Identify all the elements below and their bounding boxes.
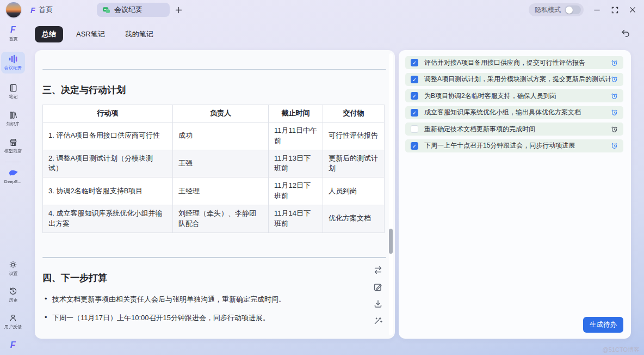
todo-checkbox[interactable] xyxy=(411,142,418,150)
generate-todos-button[interactable]: 生成待办 xyxy=(583,317,623,333)
todo-checkbox[interactable] xyxy=(411,125,418,133)
swap-arrows-icon[interactable] xyxy=(373,265,383,275)
close-button[interactable] xyxy=(628,5,637,15)
scrollbar-track[interactable] xyxy=(389,53,393,335)
todo-item[interactable]: 调整A项目测试计划，采用分模块测试方案，提交更新后的测试计划 xyxy=(405,73,623,86)
tab-meeting-minutes-label: 会议纪要 xyxy=(114,5,143,15)
books-icon xyxy=(9,110,18,120)
cell-deadline: 11月13日下班前 xyxy=(269,150,323,178)
new-tab-button[interactable] xyxy=(174,5,183,14)
tab-meeting-minutes[interactable]: 会议纪要 xyxy=(97,3,170,17)
watermark: @51CTO博客 xyxy=(603,346,640,354)
magic-wand-icon[interactable] xyxy=(373,316,383,326)
table-row: 3. 协调2名临时客服支持B项目 王经理 11月12日下班前 人员到岗 xyxy=(43,178,385,205)
sidebar-item-history[interactable]: 历史 xyxy=(1,284,25,306)
sidebar-item-meeting-minutes-label: 会议纪要 xyxy=(4,65,22,71)
title-bar: F 首页 会议纪要 隐私模式 xyxy=(0,0,644,20)
cell-deliverable: 可行性评估报告 xyxy=(323,122,385,150)
sidebar-bottom-logo: F xyxy=(1,338,25,352)
gear-icon xyxy=(9,260,17,270)
sidebar-item-deepseek-label: DeepS... xyxy=(4,179,21,184)
alarm-clock-icon[interactable] xyxy=(611,142,618,149)
sidebar-item-deepseek[interactable]: DeepS... xyxy=(1,166,25,186)
sidebar-item-home[interactable]: F 首页 xyxy=(1,23,25,45)
table-row: 4. 成立客服知识库系统优化小组并输出方案 刘经理（牵头）、李静团队配合 11月… xyxy=(43,205,385,232)
sidebar-item-knowledge-base[interactable]: 知识库 xyxy=(1,108,25,130)
home-logo-icon: F xyxy=(10,25,16,35)
user-avatar[interactable] xyxy=(6,2,21,17)
todo-checkbox[interactable] xyxy=(411,59,418,66)
section-divider xyxy=(42,69,386,70)
section4-heading: 四、下一步打算 xyxy=(42,272,387,284)
waveform-icon xyxy=(8,54,18,64)
scrollbar-thumb[interactable] xyxy=(389,229,393,254)
titlebar-controls: 隐私模式 xyxy=(529,0,637,20)
tab-my-notes[interactable]: 我的笔记 xyxy=(118,26,160,42)
privacy-mode-control: 隐私模式 xyxy=(529,3,584,16)
sidebar-item-settings-label: 设置 xyxy=(9,271,17,277)
tab-home-label: 首页 xyxy=(39,5,53,15)
content-tab-bar: 总结 ASR笔记 我的笔记 xyxy=(35,26,160,42)
todo-text: 成立客服知识库系统优化小组，输出具体优化方案文档 xyxy=(424,108,611,117)
edit-icon[interactable] xyxy=(373,282,383,292)
minimize-button[interactable] xyxy=(592,5,602,15)
sidebar-item-feedback[interactable]: 用户反馈 xyxy=(1,311,25,333)
sidebar-item-model-store-label: 模型商店 xyxy=(4,148,22,154)
todo-checkbox[interactable] xyxy=(411,92,418,100)
tab-summary[interactable]: 总结 xyxy=(35,26,63,42)
todo-checkbox[interactable] xyxy=(411,109,418,117)
todo-item[interactable]: 重新确定技术文档更新事项的完成时间 xyxy=(405,123,623,136)
maximize-button[interactable] xyxy=(610,5,620,15)
col-action-item: 行动项 xyxy=(43,105,173,123)
sidebar-item-feedback-label: 用户反馈 xyxy=(4,324,22,330)
storefront-icon xyxy=(9,137,18,147)
chat-bubble-icon xyxy=(102,6,110,14)
cell-owner: 王强 xyxy=(173,150,269,178)
cell-owner: 刘经理（牵头）、李静团队配合 xyxy=(173,205,269,232)
cell-deliverable: 更新后的测试计划 xyxy=(323,150,385,178)
todo-text: 调整A项目测试计划，采用分模块测试方案，提交更新后的测试计划 xyxy=(424,75,611,84)
todo-text: 重新确定技术文档更新事项的完成时间 xyxy=(424,125,611,134)
alarm-clock-icon[interactable] xyxy=(611,59,618,66)
col-owner: 负责人 xyxy=(173,105,269,123)
action-plan-table: 行动项 负责人 截止时间 交付物 1. 评估A项目备用接口供应商可行性 成功 1… xyxy=(42,105,385,233)
download-icon[interactable] xyxy=(373,299,383,309)
cell-action: 2. 调整A项目测试计划（分模块测试） xyxy=(43,150,173,178)
alarm-clock-icon[interactable] xyxy=(611,109,618,116)
sidebar-item-model-store[interactable]: 模型商店 xyxy=(1,135,25,157)
todo-item[interactable]: 评估并对接A项目备用接口供应商，提交可行性评估报告 xyxy=(405,56,623,69)
undo-button[interactable] xyxy=(620,28,631,39)
document-toolbar xyxy=(373,265,383,326)
sidebar: F 首页 会议纪要 笔记 知识库 模型商店 xyxy=(0,20,26,355)
sidebar-item-meeting-minutes[interactable]: 会议纪要 xyxy=(1,52,25,74)
cell-deadline: 11月14日下班前 xyxy=(269,205,323,232)
privacy-mode-label: 隐私模式 xyxy=(535,5,561,15)
sidebar-item-settings[interactable]: 设置 xyxy=(1,258,25,279)
list-item: 下周一（11月17日）上午10:00召开15分钟跟进会，同步行动项进展。 xyxy=(45,313,387,323)
whale-icon xyxy=(8,168,18,178)
table-row: 2. 调整A项目测试计划（分模块测试） 王强 11月13日下班前 更新后的测试计… xyxy=(43,150,385,178)
app-logo-icon: F xyxy=(30,6,35,14)
summary-document: 三、决定与行动计划 行动项 负责人 截止时间 交付物 1. 评估A项目备用接口供… xyxy=(35,50,395,339)
tab-asr-notes[interactable]: ASR笔记 xyxy=(69,26,112,42)
list-item: 技术文档更新事项由相关责任人会后与张明单独沟通，重新确定完成时间。 xyxy=(45,295,387,304)
todo-item[interactable]: 为B项目协调2名临时客服支持，确保人员到岗 xyxy=(405,89,623,102)
todo-item[interactable]: 下周一上午十点召开15分钟跟进会，同步行动项进展 xyxy=(405,139,623,152)
col-deadline: 截止时间 xyxy=(269,105,323,123)
alarm-clock-icon[interactable] xyxy=(611,76,618,83)
todo-checkbox[interactable] xyxy=(411,76,418,83)
table-row: 1. 评估A项目备用接口供应商可行性 成功 11月11日中午前 可行性评估报告 xyxy=(43,122,385,150)
alarm-clock-icon[interactable] xyxy=(611,93,618,100)
app-window: F 首页 会议纪要 隐私模式 xyxy=(0,0,644,355)
privacy-mode-toggle[interactable] xyxy=(565,5,581,14)
alarm-clock-icon[interactable] xyxy=(611,126,618,133)
app-logo-icon-bottom: F xyxy=(10,340,16,350)
tab-home[interactable]: F 首页 xyxy=(30,5,53,15)
todo-panel: 评估并对接A项目备用接口供应商，提交可行性评估报告 调整A项目测试计划，采用分模… xyxy=(399,50,631,339)
cell-owner: 王经理 xyxy=(173,178,269,205)
sidebar-item-home-label: 首页 xyxy=(9,36,17,42)
next-steps-list: 技术文档更新事项由相关责任人会后与张明单独沟通，重新确定完成时间。 下周一（11… xyxy=(45,295,387,323)
sidebar-item-notes[interactable]: 笔记 xyxy=(1,81,25,102)
todo-item[interactable]: 成立客服知识库系统优化小组，输出具体优化方案文档 xyxy=(405,106,623,119)
todo-text: 评估并对接A项目备用接口供应商，提交可行性评估报告 xyxy=(424,58,611,68)
